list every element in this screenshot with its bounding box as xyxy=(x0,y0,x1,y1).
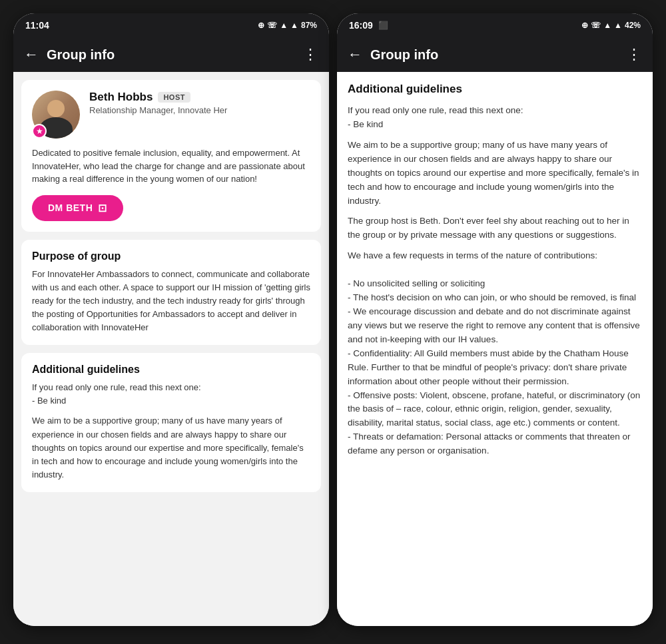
page-title-left: Group info xyxy=(47,47,295,63)
guidelines-r-para2: We aim to be a supportive group; many of… xyxy=(348,139,642,208)
message-icon: ⊡ xyxy=(98,202,107,214)
battery-left: 87% xyxy=(301,21,317,30)
profile-name-row: Beth Hobbs HOST xyxy=(89,91,310,104)
dm-button-label: DM BETH xyxy=(48,202,93,213)
signal-icon-r: ⊕ xyxy=(581,21,588,30)
page-title-right: Group info xyxy=(370,47,619,63)
profile-header: ★ Beth Hobbs HOST Relationship Manager, … xyxy=(32,91,310,139)
camera-icon: ⬛ xyxy=(378,21,388,30)
status-bar-right: 16:09 ⬛ ⊕ ☏ ▲ ▲ 42% xyxy=(337,13,653,37)
status-bar-left: 11:04 ⊕ ☏ ▲ ▲ 87% xyxy=(13,13,329,37)
call-icon-r: ☏ xyxy=(591,21,601,30)
back-button-left[interactable]: ← xyxy=(24,46,39,63)
phone-left: 11:04 ⊕ ☏ ▲ ▲ 87% ← Group info ⋮ ★ xyxy=(13,13,329,626)
call-icon: ☏ xyxy=(267,21,277,30)
profile-bio: Dedicated to positive female inclusion, … xyxy=(32,147,310,186)
profile-card: ★ Beth Hobbs HOST Relationship Manager, … xyxy=(21,80,321,232)
dm-button[interactable]: DM BETH ⊡ xyxy=(32,195,123,221)
content-right: Additional guidelines If you read only o… xyxy=(337,72,653,626)
guidelines-title-left: Additional guidelines xyxy=(32,364,310,376)
signal-bars-icon: ▲ xyxy=(290,21,298,30)
signal-icon: ⊕ xyxy=(258,21,264,30)
guidelines-text-right: If you read only one rule, read this nex… xyxy=(348,104,642,458)
host-badge: HOST xyxy=(158,92,190,103)
status-icons-left: ⊕ ☏ ▲ ▲ 87% xyxy=(258,21,317,30)
profile-info: Beth Hobbs HOST Relationship Manager, In… xyxy=(89,91,310,122)
content-left: ★ Beth Hobbs HOST Relationship Manager, … xyxy=(13,72,329,626)
purpose-card: Purpose of group For InnovateHer Ambassa… xyxy=(21,240,321,346)
wifi-icon-r: ▲ xyxy=(603,21,611,30)
guidelines-text-left: If you read only one rule, read this nex… xyxy=(32,381,310,482)
time-left: 11:04 xyxy=(25,20,49,31)
avatar-wrap: ★ xyxy=(32,91,80,139)
guidelines-title-right: Additional guidelines xyxy=(348,83,642,96)
guidelines-r-para1: If you read only one rule, read this nex… xyxy=(348,104,642,132)
profile-role: Relationship Manager, Innovate Her xyxy=(89,105,310,115)
guidelines-r-para3: The group host is Beth. Don't ever feel … xyxy=(348,214,642,242)
phone-right: 16:09 ⬛ ⊕ ☏ ▲ ▲ 42% ← Group info ⋮ Addit… xyxy=(337,13,653,626)
battery-right: 42% xyxy=(625,21,641,30)
back-button-right[interactable]: ← xyxy=(348,46,362,63)
menu-button-left[interactable]: ⋮ xyxy=(303,46,318,63)
menu-button-right[interactable]: ⋮ xyxy=(627,46,642,63)
wifi-icon: ▲ xyxy=(280,21,288,30)
profile-name: Beth Hobbs xyxy=(89,91,153,104)
top-bar-left: ← Group info ⋮ xyxy=(13,37,329,72)
guidelines-card-left: Additional guidelines If you read only o… xyxy=(21,353,321,492)
time-right: 16:09 xyxy=(349,20,373,31)
star-badge: ★ xyxy=(32,124,47,139)
guidelines-r-para4: We have a few requests in terms of the n… xyxy=(348,249,642,458)
star-icon: ★ xyxy=(36,127,43,136)
guidelines-rule1: If you read only one rule, read this nex… xyxy=(32,381,310,408)
status-icons-right: ⊕ ☏ ▲ ▲ 42% xyxy=(581,21,641,30)
purpose-title: Purpose of group xyxy=(32,250,310,262)
guidelines-para2: We aim to be a supportive group; many of… xyxy=(32,414,310,482)
purpose-text: For InnovateHer Ambassadors to connect, … xyxy=(32,268,310,335)
top-bar-right: ← Group info ⋮ xyxy=(337,37,653,72)
signal-bars-icon-r: ▲ xyxy=(614,21,622,30)
